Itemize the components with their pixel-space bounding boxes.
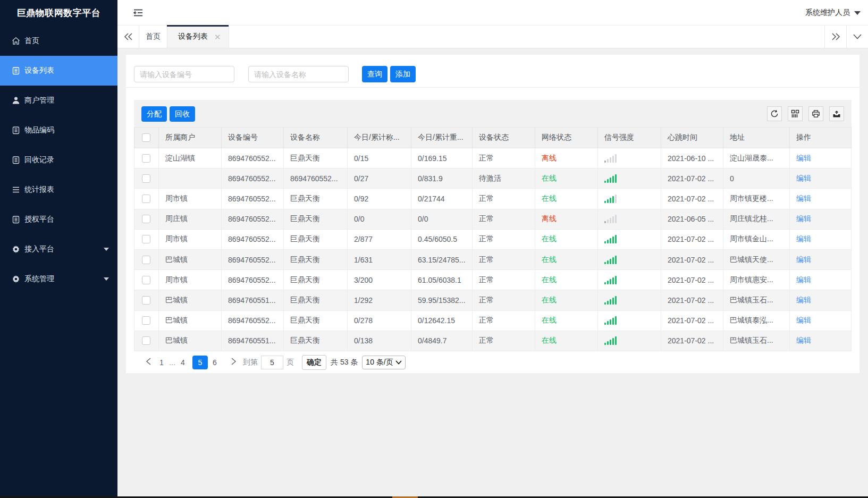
sidebar-item-5[interactable]: 统计报表 [0,175,117,205]
print-icon[interactable] [808,106,823,121]
col-today-weight: 今日/累计重... [411,128,473,148]
tab-device-list[interactable]: 设备列表 ✕ [167,26,229,48]
row-checkbox[interactable] [142,195,150,203]
cell-today-weight: 0.45/6050.5 [411,229,473,249]
edit-link[interactable]: 编辑 [796,255,811,264]
next-page-button[interactable] [226,358,241,367]
access-platform-icon [12,245,20,254]
edit-link[interactable]: 编辑 [796,296,811,304]
goto-page-input[interactable] [261,356,283,369]
tabs-menu-button[interactable] [846,26,868,48]
tab-home[interactable]: 首页 [139,26,167,48]
cell-today-count: 2/877 [348,229,411,249]
sidebar-fold-icon[interactable] [133,7,144,18]
cell-address: 周庄镇北桂... [723,209,790,229]
refresh-icon[interactable] [767,106,782,121]
tabs-scroll-left-button[interactable] [117,26,139,48]
row-checkbox[interactable] [142,154,150,163]
topbar: 系统维护人员 [117,0,868,26]
cell-today-weight: 59.95/15382... [411,290,473,310]
page-number-current[interactable]: 5 [192,356,208,369]
cell-actions: 编辑 [790,229,852,249]
cell-merchant: 巴城镇 [159,331,222,351]
sidebar-item-8[interactable]: 系统管理 [0,264,117,294]
cell-today-count: 0/138 [348,331,411,351]
cell-signal [598,168,661,189]
goto-confirm-button[interactable]: 确定 [302,355,326,370]
table-row: 8694760552...8694760552...0/270/831.9待激活… [134,168,852,189]
sidebar-item-3[interactable]: 物品编码 [0,115,117,145]
sidebar-item-7[interactable]: 接入平台 [0,234,117,264]
cell-merchant: 巴城镇 [159,249,222,269]
export-icon[interactable] [829,106,844,121]
select-all-checkbox[interactable] [142,133,150,142]
edit-link[interactable]: 编辑 [796,194,811,202]
signal-strength-icon [604,154,661,163]
cell-heartbeat: 2021-06-10 ... [661,148,723,168]
cell-device-status: 正常 [473,290,535,310]
tabs-scroll-right-button[interactable] [824,26,846,48]
page-size-select[interactable]: 10 条/页 [362,356,405,369]
row-checkbox[interactable] [142,256,150,264]
query-button[interactable]: 查询 [362,66,387,82]
edit-link[interactable]: 编辑 [796,316,811,324]
col-device-status: 设备状态 [473,128,535,148]
tabs-empty-space [229,26,824,48]
edit-link[interactable]: 编辑 [796,275,811,284]
table-row: 巴城镇8694760552...巨鼎天衡1/63163.15/24785...正… [134,249,852,269]
row-checkbox[interactable] [142,316,150,325]
columns-icon[interactable] [788,106,803,121]
cell-network-status: 在线 [535,290,598,310]
cell-network-status: 在线 [535,331,598,351]
cell-heartbeat: 2021-07-02 ... [661,290,723,310]
edit-link[interactable]: 编辑 [796,154,811,162]
page-number[interactable]: 4 [176,358,190,367]
edit-link[interactable]: 编辑 [796,336,811,344]
edit-link[interactable]: 编辑 [796,234,811,243]
row-checkbox[interactable] [142,336,150,345]
cell-device-no: 8694760552... [222,310,284,331]
row-checkbox[interactable] [142,276,150,284]
device-no-input[interactable] [134,66,234,82]
sidebar-item-4[interactable]: 回收记录 [0,145,117,175]
device-name-input[interactable] [248,66,349,82]
sidebar-item-6[interactable]: 授权平台 [0,205,117,234]
assign-button[interactable]: 分配 [141,106,167,122]
cell-merchant: 周市镇 [159,189,222,209]
row-checkbox[interactable] [142,174,150,183]
row-checkbox[interactable] [142,296,150,305]
row-checkbox[interactable] [142,215,150,223]
cell-heartbeat: 2021-07-02 ... [661,270,723,290]
sidebar-item-1[interactable]: 设备列表 [0,56,117,86]
cell-signal [598,229,661,249]
row-checkbox[interactable] [142,235,150,243]
select-caret-icon [395,360,402,365]
device-table: 所属商户 设备编号 设备名称 今日/累计称... 今日/累计重... 设备状态 … [134,127,852,351]
table-row: 巴城镇8694760551...巨鼎天衡1/29259.95/15382...正… [134,290,852,310]
edit-link[interactable]: 编辑 [796,174,811,182]
cell-heartbeat: 2021-07-02 ... [661,229,723,249]
tab-close-icon[interactable]: ✕ [214,33,221,41]
cell-address: 巴城镇天使... [723,249,790,269]
recycle-button[interactable]: 回收 [170,106,195,122]
cell-merchant: 周市镇 [159,270,222,290]
sidebar-item-2[interactable]: 商户管理 [0,86,117,115]
add-button[interactable]: 添加 [390,66,416,82]
user-dropdown[interactable]: 系统维护人员 [805,0,861,26]
cell-today-count: 1/292 [348,290,411,310]
cell-device-no: 8694760552... [222,270,284,290]
cell-device-no: 8694760552... [222,148,284,168]
cell-today-count: 0/15 [348,148,411,168]
table-row: 巴城镇8694760552...巨鼎天衡0/2780/12642.15正常在线2… [134,310,852,331]
edit-link[interactable]: 编辑 [796,214,811,223]
cell-merchant: 周庄镇 [159,209,222,229]
cell-heartbeat: 2021-07-02 ... [661,249,723,269]
sidebar-item-0[interactable]: 首页 [0,26,117,56]
page-number[interactable]: 6 [208,358,222,367]
page-number[interactable]: 1 [155,358,168,367]
prev-page-button[interactable] [142,358,155,367]
cell-actions: 编辑 [790,270,852,290]
sidebar-item-label: 统计报表 [24,185,54,195]
cell-signal [598,331,661,351]
tab-label: 设备列表 [178,32,208,41]
